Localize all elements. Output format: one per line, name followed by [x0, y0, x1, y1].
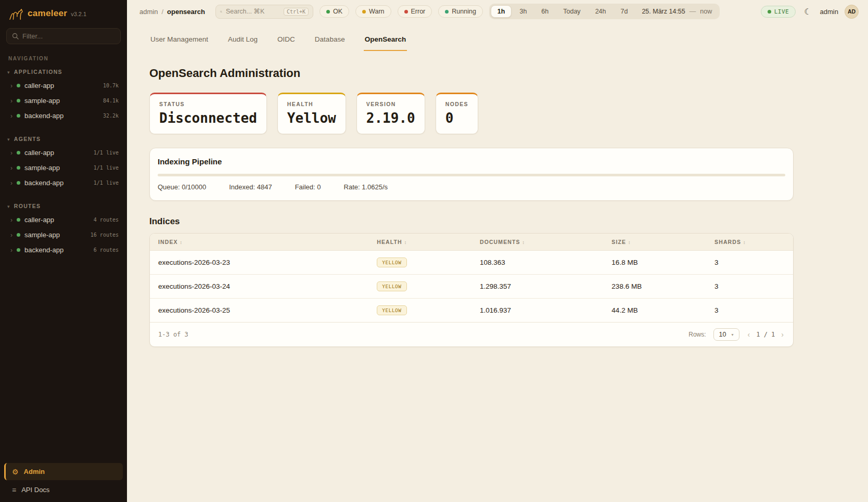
filter-input[interactable] — [22, 32, 115, 40]
time-range-selector: 1h 3h 6h Today 24h 7d 25. März 14:55 — n… — [489, 4, 720, 19]
sort-icon — [404, 239, 407, 245]
chevron-right-icon — [10, 82, 12, 89]
next-page-button[interactable]: › — [780, 330, 785, 339]
table-row[interactable]: executions-2026-03-24 YELLOW 1.298.357 2… — [150, 275, 793, 299]
status-dot — [17, 151, 20, 155]
column-header-health[interactable]: HEALTH — [368, 234, 471, 250]
sidebar: cameleer v3.2.1 NAVIGATION APPLICATIONS … — [0, 0, 127, 502]
chevron-down-icon — [7, 203, 10, 209]
rows-per-page-value: 10 — [719, 331, 726, 338]
time-range-today[interactable]: Today — [556, 5, 587, 18]
item-badge: 1/1 live — [94, 180, 119, 186]
table-row[interactable]: executions-2026-03-23 YELLOW 108.363 16.… — [150, 251, 793, 275]
chevron-right-icon — [10, 112, 12, 120]
sidebar-item-api-docs[interactable]: ≡ API Docs — [4, 480, 123, 495]
cell-size: 44.2 MB — [603, 300, 706, 321]
pipeline-progress-bar — [158, 174, 785, 176]
stat-value: 2.19.0 — [366, 110, 415, 126]
time-range-6h[interactable]: 6h — [534, 5, 555, 18]
search-input[interactable] — [226, 8, 280, 15]
sidebar-item-agents-backend-app[interactable]: backend-app 1/1 live — [0, 175, 127, 190]
live-label: LIVE — [774, 8, 789, 15]
column-header-index[interactable]: INDEX — [150, 234, 368, 250]
table-row[interactable]: executions-2026-03-25 YELLOW 1.016.937 4… — [150, 299, 793, 322]
cell-size: 16.8 MB — [603, 252, 706, 273]
group-label: AGENTS — [14, 136, 41, 142]
group-header-applications[interactable]: APPLICATIONS — [0, 63, 127, 78]
gear-icon: ⚙ — [12, 468, 19, 475]
page-indicator: 1 / 1 — [756, 331, 775, 338]
tab-audit-log[interactable]: Audit Log — [227, 30, 259, 51]
filter-pill-warn[interactable]: Warn — [355, 5, 391, 18]
item-label: backend-app — [24, 179, 90, 187]
nav-group-agents: AGENTS caller-app 1/1 live sample-app 1/… — [0, 131, 127, 190]
app-version: v3.2.1 — [71, 11, 86, 17]
item-badge: 6 routes — [94, 247, 119, 253]
time-range-7d[interactable]: 7d — [614, 5, 634, 18]
pipeline-title: Indexing Pipeline — [158, 157, 785, 166]
time-range-24h[interactable]: 24h — [589, 5, 613, 18]
sidebar-item-applications-backend-app[interactable]: backend-app 32.2k — [0, 108, 127, 123]
cell-documents: 108.363 — [471, 252, 603, 273]
column-header-documents[interactable]: DOCUMENTS — [471, 234, 603, 250]
group-header-agents[interactable]: AGENTS — [0, 131, 127, 145]
tab-oidc[interactable]: OIDC — [276, 30, 296, 51]
status-dot — [17, 99, 20, 102]
table-body: executions-2026-03-23 YELLOW 108.363 16.… — [150, 251, 793, 322]
previous-page-button[interactable]: ‹ — [747, 330, 751, 339]
sidebar-item-applications-sample-app[interactable]: sample-app 84.1k — [0, 93, 127, 108]
stat-label: HEALTH — [287, 101, 336, 107]
pipeline-stats: Queue: 0/10000 Indexed: 4847 Failed: 0 R… — [158, 183, 785, 191]
table-header-row: INDEX HEALTH DOCUMENTS SIZE — [150, 234, 793, 251]
sidebar-item-routes-caller-app[interactable]: caller-app 4 routes — [0, 212, 127, 227]
table-footer: 1-3 of 3 Rows: 10 ▾ ‹ 1 / 1 › — [150, 322, 793, 346]
tab-user-management[interactable]: User Management — [149, 30, 209, 51]
stat-card-nodes: NODES 0 — [436, 93, 478, 134]
sidebar-filter-box[interactable] — [6, 28, 121, 44]
filter-pill-ok[interactable]: OK — [320, 5, 349, 18]
navigation-section-label: NAVIGATION — [0, 49, 127, 63]
chevron-right-icon — [10, 149, 12, 157]
live-indicator[interactable]: LIVE — [761, 6, 796, 18]
admin-label: Admin — [24, 468, 45, 475]
sidebar-item-agents-sample-app[interactable]: sample-app 1/1 live — [0, 160, 127, 175]
pipeline-stat-failed: Failed: 0 — [295, 183, 321, 191]
filter-pill-running[interactable]: Running — [438, 5, 483, 18]
dark-mode-toggle[interactable]: ☾ — [802, 6, 813, 18]
sidebar-item-agents-caller-app[interactable]: caller-app 1/1 live — [0, 145, 127, 160]
avatar[interactable]: AD — [845, 5, 859, 19]
sidebar-item-routes-backend-app[interactable]: backend-app 6 routes — [0, 242, 127, 258]
page-title: OpenSearch Administration — [149, 67, 794, 80]
running-status-dot — [445, 10, 449, 14]
cell-size: 238.6 MB — [603, 276, 706, 297]
health-badge: YELLOW — [377, 305, 406, 315]
filter-pill-error[interactable]: Error — [398, 5, 432, 18]
item-label: sample-app — [24, 164, 90, 172]
search-icon — [220, 8, 222, 15]
indices-title: Indices — [149, 216, 794, 227]
time-range-1h[interactable]: 1h — [491, 5, 512, 18]
time-range-3h[interactable]: 3h — [513, 5, 533, 18]
time-display-now: now — [700, 8, 712, 15]
sort-icon — [628, 239, 631, 245]
status-dot — [17, 114, 20, 118]
pipeline-stat-rate: Rate: 1.0625/s — [344, 183, 388, 191]
warn-status-dot — [362, 10, 366, 14]
column-label: SIZE — [611, 239, 626, 245]
sidebar-item-applications-caller-app[interactable]: caller-app 10.7k — [0, 78, 127, 93]
sidebar-item-admin[interactable]: ⚙ Admin — [4, 463, 123, 480]
sidebar-footer: ⚙ Admin ≡ API Docs — [0, 459, 127, 502]
breadcrumb-parent[interactable]: admin — [139, 8, 158, 16]
tab-opensearch[interactable]: OpenSearch — [364, 30, 407, 51]
global-search[interactable]: Ctrl+K — [215, 5, 313, 19]
tab-database[interactable]: Database — [314, 30, 346, 51]
cell-shards: 3 — [706, 276, 793, 297]
item-label: caller-app — [24, 149, 90, 157]
group-label: ROUTES — [14, 203, 41, 209]
group-header-routes[interactable]: ROUTES — [0, 198, 127, 212]
column-header-shards[interactable]: SHARDS — [706, 234, 793, 250]
column-header-size[interactable]: SIZE — [603, 234, 706, 250]
rows-per-page-select[interactable]: 10 ▾ — [713, 328, 739, 341]
sidebar-item-routes-sample-app[interactable]: sample-app 16 routes — [0, 227, 127, 242]
chevron-right-icon — [10, 246, 12, 254]
